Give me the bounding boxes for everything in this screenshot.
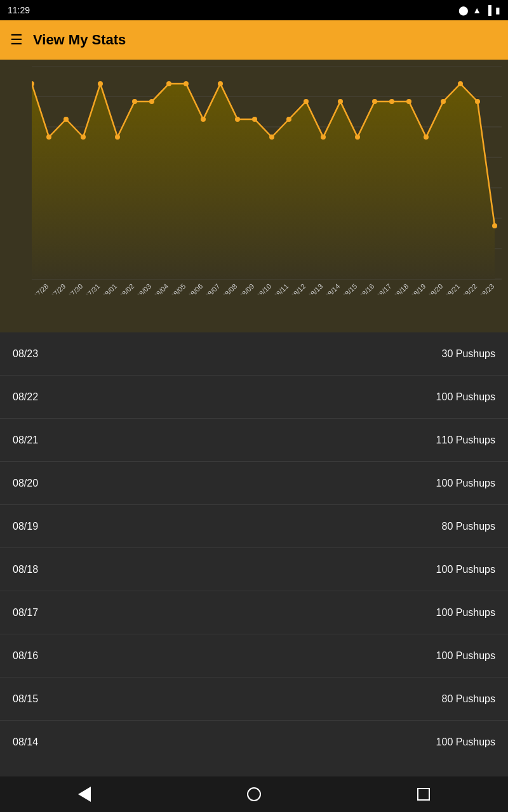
data-point bbox=[115, 134, 120, 140]
svg-text:08/11: 08/11 bbox=[272, 282, 290, 294]
app-bar: ☰ View My Stats bbox=[0, 20, 508, 60]
svg-text:07/29: 07/29 bbox=[49, 282, 67, 294]
recent-icon bbox=[417, 788, 430, 801]
svg-text:08/08: 08/08 bbox=[220, 282, 238, 294]
svg-text:08/21: 08/21 bbox=[443, 282, 461, 294]
signal-icon: ▐ bbox=[485, 5, 491, 15]
data-point bbox=[458, 81, 463, 86]
data-point bbox=[441, 99, 446, 104]
data-point bbox=[269, 134, 274, 140]
list-item[interactable]: 08/16 100 Pushups bbox=[0, 634, 508, 678]
bottom-nav bbox=[0, 776, 508, 812]
svg-text:07/30: 07/30 bbox=[66, 282, 84, 294]
data-point bbox=[81, 134, 86, 140]
svg-text:08/22: 08/22 bbox=[460, 282, 478, 294]
list-date: 08/21 bbox=[13, 435, 38, 446]
list-value: 30 Pushups bbox=[441, 348, 495, 360]
list-value: 100 Pushups bbox=[436, 478, 495, 489]
list-item[interactable]: 08/18 100 Pushups bbox=[0, 548, 508, 591]
list-value: 100 Pushups bbox=[436, 650, 495, 662]
chart-area bbox=[32, 84, 495, 279]
list-item[interactable]: 08/14 100 Pushups bbox=[0, 721, 508, 764]
svg-text:08/10: 08/10 bbox=[255, 282, 272, 294]
list-date: 08/15 bbox=[13, 693, 38, 705]
list-date: 08/19 bbox=[13, 521, 38, 532]
home-button[interactable] bbox=[239, 779, 269, 809]
recent-button[interactable] bbox=[408, 779, 439, 809]
data-point bbox=[321, 134, 326, 140]
data-point bbox=[184, 81, 189, 86]
list-item[interactable]: 08/23 30 Pushups bbox=[0, 332, 508, 376]
svg-text:08/12: 08/12 bbox=[289, 282, 307, 294]
chart-svg: 0 20 40 60 80 100 120 bbox=[32, 66, 502, 294]
svg-text:08/05: 08/05 bbox=[169, 282, 187, 294]
status-bar: 11:29 ⬤ ▲ ▐ ▮ bbox=[0, 0, 508, 20]
svg-text:08/02: 08/02 bbox=[117, 282, 135, 294]
list-date: 08/14 bbox=[13, 737, 38, 748]
list-item[interactable]: 08/22 100 Pushups bbox=[0, 376, 508, 419]
svg-text:08/04: 08/04 bbox=[152, 282, 170, 294]
svg-text:08/06: 08/06 bbox=[186, 282, 204, 294]
data-point bbox=[149, 99, 154, 104]
battery-icon: ▮ bbox=[495, 5, 500, 15]
data-point bbox=[132, 99, 137, 104]
list-value: 100 Pushups bbox=[436, 737, 495, 748]
wifi-icon: ▲ bbox=[472, 5, 481, 15]
list-item[interactable]: 08/17 100 Pushups bbox=[0, 591, 508, 634]
data-point bbox=[218, 81, 223, 86]
data-point bbox=[98, 81, 103, 86]
list-value: 80 Pushups bbox=[441, 693, 495, 705]
circle-dot-icon: ⬤ bbox=[458, 5, 469, 15]
list-item[interactable]: 08/15 80 Pushups bbox=[0, 678, 508, 721]
chart-container: 0 20 40 60 80 100 120 bbox=[0, 60, 508, 332]
svg-text:08/07: 08/07 bbox=[203, 282, 221, 294]
data-point bbox=[235, 117, 240, 122]
list-value: 100 Pushups bbox=[436, 564, 495, 575]
data-point bbox=[201, 117, 206, 122]
svg-text:08/01: 08/01 bbox=[100, 282, 118, 294]
back-button[interactable] bbox=[69, 779, 100, 809]
list-value: 110 Pushups bbox=[436, 435, 495, 446]
data-point bbox=[492, 223, 497, 228]
data-point bbox=[355, 134, 360, 140]
data-point bbox=[389, 99, 394, 104]
x-axis-labels: 07/27 07/28 07/29 07/30 07/31 08/01 08/0… bbox=[32, 282, 495, 294]
svg-text:07/28: 07/28 bbox=[32, 282, 50, 294]
data-point bbox=[64, 117, 69, 122]
data-point bbox=[304, 99, 309, 104]
data-point bbox=[338, 99, 343, 104]
list-item[interactable]: 08/20 100 Pushups bbox=[0, 462, 508, 505]
list-date: 08/23 bbox=[13, 348, 38, 360]
svg-text:08/14: 08/14 bbox=[323, 282, 341, 294]
data-point bbox=[46, 134, 51, 140]
status-time: 11:29 bbox=[8, 5, 30, 15]
svg-text:08/23: 08/23 bbox=[478, 282, 495, 294]
list-item[interactable]: 08/21 110 Pushups bbox=[0, 419, 508, 462]
svg-text:08/13: 08/13 bbox=[306, 282, 324, 294]
svg-text:07/27: 07/27 bbox=[32, 282, 32, 294]
data-point bbox=[372, 99, 377, 104]
data-point bbox=[406, 99, 411, 104]
list-date: 08/16 bbox=[13, 650, 38, 662]
data-point bbox=[252, 117, 257, 122]
svg-text:07/31: 07/31 bbox=[83, 282, 101, 294]
data-point bbox=[166, 81, 171, 86]
list-date: 08/20 bbox=[13, 478, 38, 489]
list-date: 08/18 bbox=[13, 564, 38, 575]
svg-text:08/09: 08/09 bbox=[237, 282, 255, 294]
svg-text:08/19: 08/19 bbox=[409, 282, 427, 294]
stats-list: 08/23 30 Pushups 08/22 100 Pushups 08/21… bbox=[0, 332, 508, 776]
list-date: 08/22 bbox=[13, 391, 38, 403]
svg-text:08/03: 08/03 bbox=[135, 282, 152, 294]
svg-text:08/18: 08/18 bbox=[392, 282, 410, 294]
list-item[interactable]: 08/19 80 Pushups bbox=[0, 505, 508, 548]
svg-text:08/20: 08/20 bbox=[426, 282, 444, 294]
svg-text:08/17: 08/17 bbox=[375, 282, 392, 294]
menu-icon[interactable]: ☰ bbox=[10, 32, 23, 48]
back-icon bbox=[78, 787, 91, 802]
list-date: 08/17 bbox=[13, 607, 38, 619]
data-point bbox=[286, 117, 291, 122]
svg-text:08/15: 08/15 bbox=[340, 282, 358, 294]
data-point bbox=[424, 134, 429, 140]
status-icons: ⬤ ▲ ▐ ▮ bbox=[458, 5, 500, 15]
